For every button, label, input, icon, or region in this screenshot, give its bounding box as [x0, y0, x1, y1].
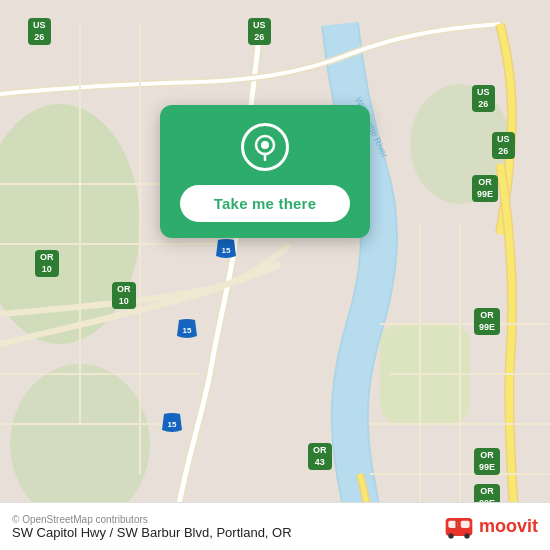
or10-badge-l: OR10 [35, 250, 59, 277]
location-card: Take me there [160, 105, 370, 238]
moovit-logo: moovit [443, 511, 538, 543]
bottom-left: © OpenStreetMap contributors SW Capitol … [12, 514, 292, 540]
svg-point-27 [448, 533, 453, 538]
i5-badge-3: 15 [160, 412, 184, 436]
or99e-badge-r1: OR99E [472, 175, 498, 202]
location-icon [241, 123, 289, 171]
bottom-bar: © OpenStreetMap contributors SW Capitol … [0, 502, 550, 550]
i5-badge-2: 15 [175, 318, 199, 342]
svg-point-28 [464, 533, 469, 538]
moovit-name: moovit [479, 516, 538, 537]
location-label: SW Capitol Hwy / SW Barbur Blvd, Portlan… [12, 525, 292, 540]
map-background: Willamette River [0, 0, 550, 550]
svg-text:15: 15 [222, 246, 231, 255]
pin-icon [251, 133, 279, 161]
i5-badge-1: 15 [214, 238, 238, 262]
or10-badge-m: OR10 [112, 282, 136, 309]
or43-badge: OR43 [308, 443, 332, 470]
us26-badge-tc: US26 [248, 18, 271, 45]
svg-text:15: 15 [183, 326, 192, 335]
svg-rect-26 [461, 520, 470, 527]
us26-badge-tl: US26 [28, 18, 51, 45]
svg-rect-29 [455, 519, 457, 528]
moovit-icon [443, 511, 475, 543]
us26-badge-r2: US26 [492, 132, 515, 159]
map-container: Willamette River US26 US26 US26 US26 OR9… [0, 0, 550, 550]
svg-point-22 [261, 141, 269, 149]
us26-badge-r1: US26 [472, 85, 495, 112]
osm-attribution: © OpenStreetMap contributors [12, 514, 292, 525]
or99e-badge-r3: OR99E [474, 448, 500, 475]
take-me-there-button[interactable]: Take me there [180, 185, 350, 222]
svg-text:15: 15 [168, 420, 177, 429]
or99e-badge-r2: OR99E [474, 308, 500, 335]
